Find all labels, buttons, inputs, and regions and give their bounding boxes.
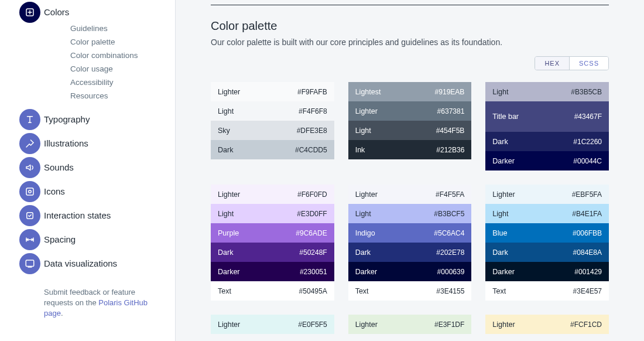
swatch-value: #F4F6F8 <box>299 107 327 115</box>
color-swatch[interactable]: Lighter#E0F5F5 <box>211 315 334 334</box>
swatch-value: #919EAB <box>435 88 465 96</box>
color-swatch[interactable]: Light#F4F6F8 <box>211 101 334 121</box>
color-swatch[interactable]: Dark#C4CDD5 <box>211 140 334 159</box>
swatch-name: Text <box>492 287 506 295</box>
color-group: Light#B3B5CBTitle bar#43467FDark#1C2260D… <box>485 82 609 170</box>
swatch-value: #43467F <box>574 112 602 121</box>
color-swatch[interactable]: Lighter#E3F1DF <box>348 315 472 334</box>
interaction-icon <box>19 205 40 226</box>
color-swatch[interactable]: Light#B4E1FA <box>485 204 609 223</box>
color-swatch[interactable]: Text#3E4155 <box>348 281 472 301</box>
swatch-value: #C4CDD5 <box>295 146 327 154</box>
color-swatch[interactable]: Lighter#F6F0FD <box>211 185 334 204</box>
swatch-value: #454F5B <box>436 127 465 135</box>
sidebar-subitem[interactable]: Accessibility <box>70 76 163 89</box>
swatch-name: Lighter <box>355 190 378 199</box>
sidebar-item-spacing[interactable]: Spacing <box>44 227 163 251</box>
sounds-icon <box>19 157 40 178</box>
color-swatch[interactable]: Dark#084E8A <box>485 243 609 262</box>
main-content: Color palette Our color palette is built… <box>176 0 644 341</box>
color-swatch[interactable]: Lightest#919EAB <box>348 82 472 101</box>
swatch-name: Light <box>218 107 234 115</box>
color-swatch[interactable]: Light#454F5B <box>348 121 472 140</box>
page-description: Our color palette is built with our core… <box>211 37 609 47</box>
swatch-value: #3E4E57 <box>573 287 602 295</box>
color-swatch[interactable]: Sky#DFE3E8 <box>211 121 334 140</box>
sidebar-item-illustrations[interactable]: Illustrations <box>44 131 163 155</box>
swatch-name: Lighter <box>218 88 240 96</box>
color-swatch[interactable]: Lighter#637381 <box>348 101 472 121</box>
color-swatch[interactable]: Text#50495A <box>211 281 334 301</box>
toggle-scss-button[interactable]: SCSS <box>569 57 608 70</box>
swatch-name: Light <box>218 210 234 218</box>
swatch-value: #001429 <box>574 268 602 276</box>
sidebar-item-label: Interaction states <box>44 210 111 220</box>
sidebar-item-label: Spacing <box>44 234 76 244</box>
color-swatch[interactable]: Light#B3BCF5 <box>348 204 472 223</box>
swatch-name: Darker <box>492 268 515 276</box>
color-swatch[interactable]: Dark#50248F <box>211 243 334 262</box>
color-swatch[interactable]: Lighter#FCF1CD <box>485 315 609 334</box>
swatch-name: Dark <box>492 138 508 146</box>
color-swatch[interactable]: Dark#202E78 <box>348 243 472 262</box>
toggle-hex-button[interactable]: HEX <box>535 57 569 70</box>
color-swatch[interactable]: Darker#000639 <box>348 262 472 281</box>
color-swatch[interactable]: Title bar#43467F <box>485 101 609 132</box>
swatch-value: #3E4155 <box>436 287 464 295</box>
svg-point-2 <box>29 190 32 193</box>
sidebar-subitem[interactable]: Color usage <box>70 62 163 76</box>
swatch-name: Lighter <box>355 107 378 115</box>
sidebar-subitem[interactable]: Color combinations <box>70 49 163 62</box>
swatch-value: #EBF5FA <box>572 190 602 199</box>
color-swatch[interactable]: Darker#230051 <box>211 262 334 281</box>
sidebar: ColorsGuidelinesColor paletteColor combi… <box>0 0 176 341</box>
sidebar-item-colors[interactable]: Colors <box>44 0 163 24</box>
color-swatch[interactable]: Lighter#EBF5FA <box>485 185 609 204</box>
sidebar-item-dataviz[interactable]: Data visualizations <box>44 251 163 275</box>
swatch-value: #F4F5FA <box>436 190 464 199</box>
swatch-value: #006FBB <box>573 229 602 237</box>
swatch-name: Light <box>355 210 371 218</box>
swatch-value: #230051 <box>300 268 327 276</box>
swatch-name: Lighter <box>492 320 515 329</box>
color-group: Lighter#FCF1CD <box>485 315 609 334</box>
color-swatch[interactable]: Darker#001429 <box>485 262 609 281</box>
swatch-value: #202E78 <box>436 248 464 257</box>
swatch-name: Dark <box>355 248 371 257</box>
sidebar-subitem[interactable]: Resources <box>70 89 163 103</box>
swatch-name: Dark <box>218 248 233 257</box>
sidebar-item-sounds[interactable]: Sounds <box>44 155 163 179</box>
sidebar-subitem[interactable]: Color palette <box>70 35 163 49</box>
sidebar-item-label: Icons <box>44 186 65 196</box>
color-swatch[interactable]: Dark#1C2260 <box>485 132 609 151</box>
color-swatch[interactable]: Light#E3D0FF <box>211 204 334 223</box>
color-group: Lighter#F4F5FALight#B3BCF5Indigo#5C6AC4D… <box>348 185 472 301</box>
color-swatch[interactable]: Lighter#F4F5FA <box>348 185 472 204</box>
swatch-name: Light <box>492 210 508 218</box>
sidebar-item-label: Data visualizations <box>44 258 117 268</box>
color-group: Lightest#919EABLighter#637381Light#454F5… <box>348 82 472 170</box>
swatch-name: Lightest <box>355 88 381 96</box>
sidebar-item-typography[interactable]: Typography <box>44 107 163 131</box>
swatch-name: Darker <box>492 157 515 165</box>
swatch-value: #F6F0FD <box>297 190 327 199</box>
swatch-value: #DFE3E8 <box>297 127 327 135</box>
sidebar-item-icons[interactable]: Icons <box>44 179 163 203</box>
color-swatch[interactable]: Light#B3B5CB <box>485 82 609 101</box>
swatch-value: #E3D0FF <box>297 210 327 218</box>
swatch-name: Text <box>355 287 369 295</box>
format-toggle: HEX SCSS <box>211 56 609 70</box>
sidebar-item-interaction[interactable]: Interaction states <box>44 203 163 227</box>
color-group: Lighter#E3F1DF <box>348 315 472 334</box>
color-swatch[interactable]: Text#3E4E57 <box>485 281 609 301</box>
color-swatch[interactable]: Lighter#F9FAFB <box>211 82 334 101</box>
color-swatch[interactable]: Blue#006FBB <box>485 223 609 243</box>
color-swatch[interactable]: Darker#00044C <box>485 151 609 170</box>
swatch-value: #B3B5CB <box>571 88 602 96</box>
swatch-name: Blue <box>492 229 507 237</box>
swatch-name: Darker <box>355 268 378 276</box>
color-swatch[interactable]: Ink#212B36 <box>348 140 472 159</box>
swatch-name: Dark <box>492 248 508 257</box>
color-swatch[interactable]: Indigo#5C6AC4 <box>348 223 472 243</box>
color-swatch[interactable]: Purple#9C6ADE <box>211 223 334 243</box>
